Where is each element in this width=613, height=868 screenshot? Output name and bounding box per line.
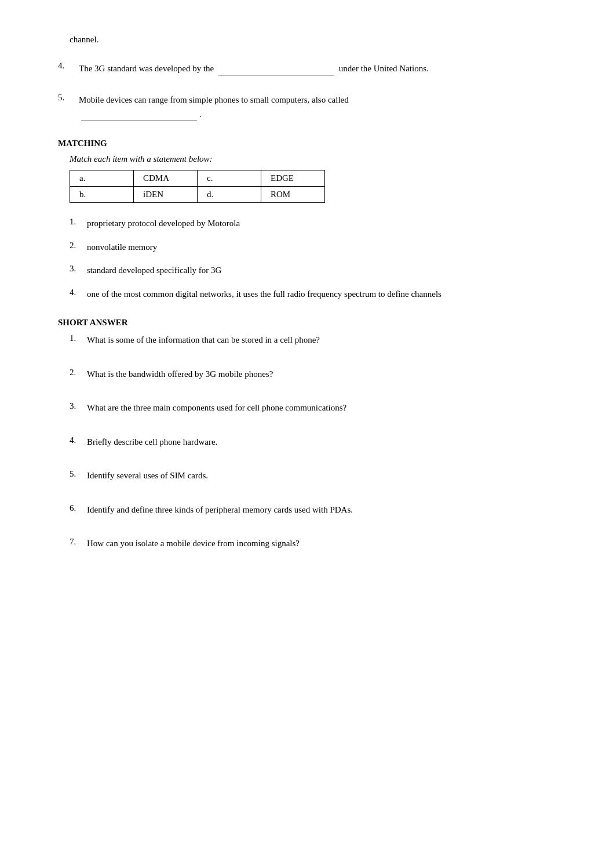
list-item: 1. proprietary protocol developed by Mot… bbox=[58, 217, 555, 230]
item-text: one of the most common digital networks,… bbox=[87, 288, 555, 301]
matching-list: 1. proprietary protocol developed by Mot… bbox=[58, 217, 555, 300]
item-num: 7. bbox=[70, 537, 87, 550]
short-answer-header: SHORT ANSWER bbox=[58, 318, 555, 328]
table-cell: ROM bbox=[261, 187, 325, 203]
fill-blank-item-5: 5. Mobile devices can range from simple … bbox=[58, 93, 555, 121]
short-answer-item-1: 1. What is some of the information that … bbox=[58, 333, 555, 347]
table-cell: b. bbox=[70, 187, 134, 203]
item-text: Identify and define three kinds of perip… bbox=[87, 503, 555, 517]
matching-section: MATCHING Match each item with a statemen… bbox=[58, 139, 555, 300]
matching-instructions: Match each item with a statement below: bbox=[58, 154, 555, 164]
fill-blank-section: 4. The 3G standard was developed by the … bbox=[58, 61, 555, 121]
short-answer-list: 1. What is some of the information that … bbox=[58, 333, 555, 550]
item-text-5: Mobile devices can range from simple pho… bbox=[79, 93, 555, 121]
item-text: What is some of the information that can… bbox=[87, 333, 555, 347]
table-cell: iDEN bbox=[134, 187, 198, 203]
item-num-5: 5. bbox=[58, 93, 79, 121]
table-cell: c. bbox=[198, 170, 261, 187]
table-cell: d. bbox=[198, 187, 261, 203]
blank-5 bbox=[81, 107, 197, 121]
short-answer-item-2: 2. What is the bandwidth offered by 3G m… bbox=[58, 368, 555, 381]
table-row: a. CDMA c. EDGE bbox=[70, 170, 325, 187]
list-item: 3. standard developed specifically for 3… bbox=[58, 264, 555, 277]
short-answer-section: SHORT ANSWER 1. What is some of the info… bbox=[58, 318, 555, 550]
short-answer-item-3: 3. What are the three main components us… bbox=[58, 401, 555, 415]
short-answer-item-5: 5. Identify several uses of SIM cards. bbox=[58, 469, 555, 482]
fill-blank-item-4: 4. The 3G standard was developed by the … bbox=[58, 61, 555, 75]
item-num: 2. bbox=[70, 368, 87, 381]
matching-header: MATCHING bbox=[58, 139, 555, 148]
item-num: 2. bbox=[70, 241, 87, 254]
table-row: b. iDEN d. ROM bbox=[70, 187, 325, 203]
item-text-4: The 3G standard was developed by the und… bbox=[79, 61, 555, 75]
item-text: Identify several uses of SIM cards. bbox=[87, 469, 555, 482]
list-item: 2. nonvolatile memory bbox=[58, 241, 555, 254]
matching-table: a. CDMA c. EDGE b. iDEN d. ROM bbox=[70, 170, 325, 203]
item-num-4: 4. bbox=[58, 61, 79, 75]
short-answer-item-7: 7. How can you isolate a mobile device f… bbox=[58, 537, 555, 550]
table-cell: CDMA bbox=[134, 170, 198, 187]
table-cell: a. bbox=[70, 170, 134, 187]
item-text: Briefly describe cell phone hardware. bbox=[87, 435, 555, 449]
item-text: standard developed specifically for 3G bbox=[87, 264, 555, 277]
item-num: 3. bbox=[70, 401, 87, 415]
short-answer-item-4: 4. Briefly describe cell phone hardware. bbox=[58, 435, 555, 449]
short-answer-item-6: 6. Identify and define three kinds of pe… bbox=[58, 503, 555, 517]
list-item: 4. one of the most common digital networ… bbox=[58, 288, 555, 301]
blank-4 bbox=[218, 61, 334, 75]
item-num: 4. bbox=[70, 435, 87, 449]
item-text: What are the three main components used … bbox=[87, 401, 555, 415]
channel-text: channel. bbox=[58, 35, 555, 45]
item-text: nonvolatile memory bbox=[87, 241, 555, 254]
item-num: 5. bbox=[70, 469, 87, 482]
item-num: 1. bbox=[70, 333, 87, 347]
item-num: 6. bbox=[70, 503, 87, 517]
item-text: proprietary protocol developed by Motoro… bbox=[87, 217, 555, 230]
item-text: What is the bandwidth offered by 3G mobi… bbox=[87, 368, 555, 381]
item-num: 3. bbox=[70, 264, 87, 277]
table-cell: EDGE bbox=[261, 170, 325, 187]
item-num: 1. bbox=[70, 217, 87, 230]
item-text: How can you isolate a mobile device from… bbox=[87, 537, 555, 550]
item-num: 4. bbox=[70, 288, 87, 301]
